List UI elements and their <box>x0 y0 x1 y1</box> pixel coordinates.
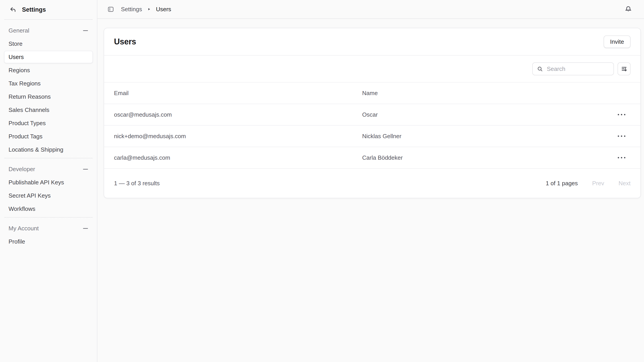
sidebar-item-publishable-api-keys[interactable]: Publishable API Keys <box>4 176 93 189</box>
user-email: carla@medusajs.com <box>114 154 362 161</box>
sidebar-nav-developer: Developer Publishable API Keys Secret AP… <box>0 158 97 217</box>
breadcrumb-users: Users <box>156 6 171 13</box>
breadcrumb: Settings Users <box>121 6 171 13</box>
back-arrow-icon[interactable] <box>10 6 16 13</box>
sort-button[interactable] <box>618 62 630 75</box>
sidebar-item-secret-api-keys[interactable]: Secret API Keys <box>4 189 93 202</box>
collapse-icon[interactable] <box>83 30 88 31</box>
table-header-row: Email Name <box>104 82 640 104</box>
table-row[interactable]: nick+demo@medusajs.com Nicklas Gellner <box>104 126 640 147</box>
results-count: 1 — 3 of 3 results <box>114 180 160 187</box>
row-actions-button[interactable] <box>616 133 628 139</box>
sort-descending-icon <box>621 65 628 72</box>
user-name: Carla Böddeker <box>362 154 612 161</box>
topbar-right <box>624 5 633 14</box>
sidebar-item-store[interactable]: Store <box>4 37 93 50</box>
topbar: Settings Users <box>98 0 644 19</box>
collapse-icon[interactable] <box>83 228 88 229</box>
row-actions-button[interactable] <box>616 112 628 117</box>
users-card: Users Invite <box>104 28 641 198</box>
triangle-right-icon <box>148 8 150 11</box>
prev-page-button[interactable]: Prev <box>592 180 604 187</box>
user-name: Nicklas Gellner <box>362 133 612 140</box>
section-general: General <box>4 24 93 37</box>
page-content: Users Invite <box>98 19 644 362</box>
search-box[interactable] <box>532 62 614 75</box>
sidebar-item-tax-regions[interactable]: Tax Regions <box>4 77 93 90</box>
table-row[interactable]: carla@medusajs.com Carla Böddeker <box>104 147 640 169</box>
next-page-button[interactable]: Next <box>619 180 630 187</box>
sidebar-item-regions[interactable]: Regions <box>4 64 93 76</box>
sidebar-nav-account: My Account Profile <box>0 218 97 250</box>
breadcrumb-settings[interactable]: Settings <box>121 6 142 13</box>
ellipsis-icon <box>618 114 619 115</box>
search-input[interactable] <box>546 65 609 73</box>
sidebar-item-workflows[interactable]: Workflows <box>4 203 93 215</box>
sidebar-item-users[interactable]: Users <box>4 51 93 63</box>
user-email: nick+demo@medusajs.com <box>114 133 362 140</box>
sidebar-item-profile[interactable]: Profile <box>4 235 93 248</box>
page-title: Users <box>114 37 136 46</box>
user-email: oscar@medusajs.com <box>114 111 362 118</box>
ellipsis-icon <box>618 157 619 158</box>
table-footer: 1 — 3 of 3 results 1 of 1 pages Prev Nex… <box>104 169 640 198</box>
section-my-account: My Account <box>4 222 93 235</box>
sidebar-title: Settings <box>22 6 46 13</box>
sidebar-toggle-button[interactable] <box>107 6 114 13</box>
collapse-icon[interactable] <box>83 169 88 170</box>
page-indicator: 1 of 1 pages <box>546 180 578 187</box>
column-header-name: Name <box>362 90 612 97</box>
sidebar-item-sales-channels[interactable]: Sales Channels <box>4 104 93 116</box>
sidebar-item-return-reasons[interactable]: Return Reasons <box>4 90 93 103</box>
sidebar-nav: General Store Users Regions Tax Regions … <box>0 20 97 158</box>
table-row[interactable]: oscar@medusajs.com Oscar <box>104 104 640 126</box>
column-header-email: Email <box>114 90 362 97</box>
table-toolbar <box>104 56 640 82</box>
settings-sidebar: Settings General Store Users Regions Tax… <box>0 0 98 362</box>
sidebar-item-product-types[interactable]: Product Types <box>4 117 93 129</box>
main-area: Settings Users <box>98 0 644 362</box>
notifications-button[interactable] <box>624 5 633 14</box>
sidebar-back-header[interactable]: Settings <box>0 0 97 19</box>
row-actions-button[interactable] <box>616 155 628 161</box>
ellipsis-icon <box>618 135 619 137</box>
invite-button[interactable]: Invite <box>604 35 630 48</box>
bell-icon <box>624 5 633 14</box>
pagination: 1 of 1 pages Prev Next <box>546 180 630 187</box>
search-icon <box>537 66 543 72</box>
section-developer: Developer <box>4 163 93 175</box>
panel-left-icon <box>107 6 114 13</box>
app-root: Settings General Store Users Regions Tax… <box>0 0 644 362</box>
sidebar-item-locations-shipping[interactable]: Locations & Shipping <box>4 143 93 156</box>
sidebar-item-product-tags[interactable]: Product Tags <box>4 130 93 143</box>
card-header: Users Invite <box>104 28 640 56</box>
user-name: Oscar <box>362 111 612 118</box>
